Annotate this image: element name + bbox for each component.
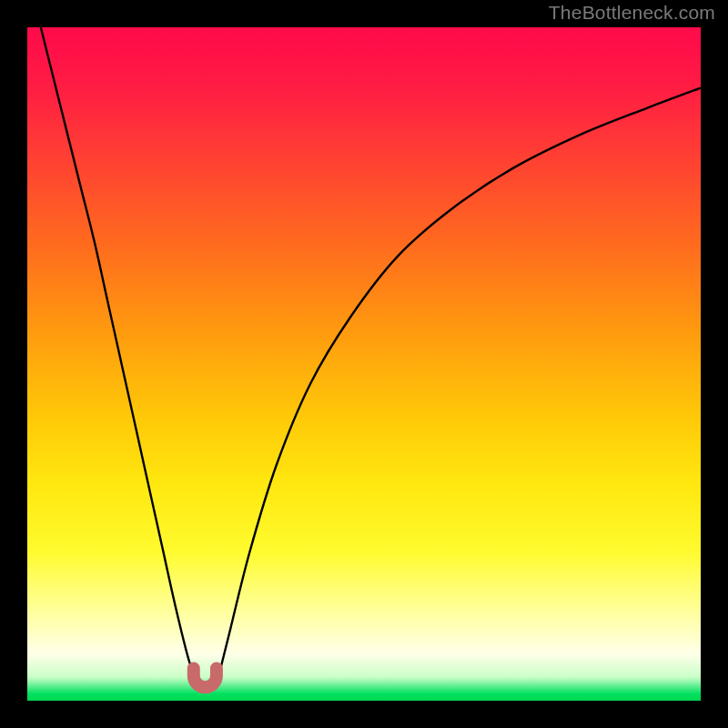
curve-left-branch <box>41 27 199 687</box>
bottleneck-curve <box>27 27 701 701</box>
attribution-text: TheBottleneck.com <box>549 2 715 24</box>
curve-right-branch <box>216 88 701 688</box>
plot-area <box>27 27 701 701</box>
optimal-marker <box>194 668 217 687</box>
chart-frame: TheBottleneck.com <box>0 0 728 728</box>
